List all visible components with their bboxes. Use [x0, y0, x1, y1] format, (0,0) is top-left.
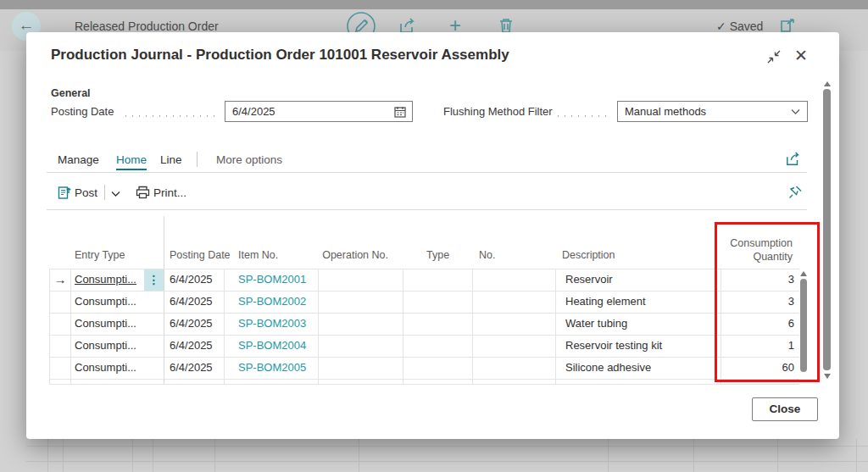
- bg-grid-line: [47, 439, 48, 472]
- share-actions-button[interactable]: [785, 152, 802, 170]
- tab-home[interactable]: Home: [116, 153, 147, 170]
- bg-grid-line: [693, 439, 694, 472]
- column-header-type[interactable]: Type: [426, 249, 449, 261]
- column-header-description[interactable]: Description: [562, 249, 615, 261]
- bg-grid-line: [63, 439, 64, 472]
- grid-vline: [403, 269, 403, 384]
- pencil-icon: [356, 20, 368, 32]
- divider: [47, 172, 807, 173]
- dialog-title: Production Journal - Production Order 10…: [51, 47, 509, 64]
- tab-separator: [197, 152, 198, 167]
- printer-icon: [136, 186, 150, 199]
- grid-hline: [49, 357, 799, 358]
- bg-grid-line: [777, 439, 778, 472]
- post-icon: [58, 186, 71, 199]
- collapse-dialog-button[interactable]: [767, 50, 781, 67]
- active-row-arrow-icon: →: [51, 269, 70, 291]
- bg-grid-line: [359, 439, 359, 472]
- cell-description[interactable]: Heating element: [565, 291, 716, 313]
- share-icon: [785, 152, 802, 167]
- close-button[interactable]: Close: [752, 397, 818, 421]
- cell-posting-date[interactable]: 6/4/2025: [170, 269, 222, 291]
- cell-item-no-link[interactable]: SP-BOM2001: [238, 269, 316, 291]
- saved-status: ✓ Saved: [716, 19, 763, 33]
- bg-grid-line: [153, 439, 153, 472]
- post-button-label[interactable]: Post: [75, 186, 97, 199]
- dialog-scroll-up-arrow[interactable]: [824, 81, 831, 86]
- cell-description[interactable]: Water tubing: [565, 313, 716, 335]
- posting-date-label: Posting Date: [51, 105, 114, 118]
- column-header-entry-type[interactable]: Entry Type: [75, 249, 125, 261]
- grid-hline: [49, 335, 799, 336]
- grid-vline: [49, 269, 50, 384]
- cell-item-no-link[interactable]: SP-BOM2003: [238, 313, 316, 335]
- grid-hline: [49, 313, 799, 314]
- flushing-method-filter-select[interactable]: Manual methods: [617, 101, 808, 122]
- close-icon: ✕: [794, 47, 808, 64]
- grid-vline: [472, 269, 473, 384]
- dotted-leader: [125, 115, 220, 117]
- column-header-item-no[interactable]: Item No.: [238, 249, 278, 261]
- grid-hline: [49, 291, 799, 292]
- column-header-no[interactable]: No.: [479, 249, 495, 261]
- grid-vline: [555, 269, 556, 384]
- cell-description[interactable]: Reservoir: [565, 269, 716, 291]
- check-icon: ✓: [716, 19, 726, 33]
- bg-grid-line: [132, 439, 133, 472]
- cell-entry-type[interactable]: Consumpti...: [75, 313, 142, 335]
- grid-vline: [70, 269, 71, 384]
- highlight-rectangle: [715, 222, 820, 382]
- print-button-label[interactable]: Print...: [153, 186, 186, 199]
- tab-line[interactable]: Line: [160, 153, 182, 166]
- bg-grid-line: [214, 439, 215, 472]
- open-in-new-icon: [780, 18, 797, 33]
- bg-grid-line: [608, 439, 609, 472]
- cell-entry-type[interactable]: Consumpti...: [75, 335, 142, 357]
- post-split-chevron-icon[interactable]: [111, 191, 120, 197]
- cell-item-no-link[interactable]: SP-BOM2002: [238, 291, 316, 313]
- back-arrow-icon: ←: [19, 16, 35, 34]
- page: ← Released Production Order + ✓ Saved Pr…: [0, 0, 868, 472]
- cell-posting-date[interactable]: 6/4/2025: [170, 357, 222, 379]
- trash-icon: [498, 17, 514, 34]
- collapse-icon: [767, 50, 781, 64]
- cell-posting-date[interactable]: 6/4/2025: [170, 291, 222, 313]
- app-top-strip: [0, 0, 868, 9]
- cell-posting-date[interactable]: 6/4/2025: [170, 335, 222, 357]
- flushing-method-filter-label: Flushing Method Filter: [443, 105, 553, 118]
- cell-posting-date[interactable]: 6/4/2025: [170, 313, 222, 335]
- dotted-leader: [558, 115, 612, 117]
- pin-button[interactable]: [787, 185, 803, 203]
- dialog-scrollbar-thumb[interactable]: [823, 89, 831, 370]
- chevron-down-icon: [791, 108, 800, 115]
- grid-hline: [49, 379, 799, 380]
- toolbar-separator: [104, 185, 105, 200]
- row-options-cell[interactable]: ⋮: [144, 269, 164, 291]
- close-dialog-button[interactable]: ✕: [794, 46, 808, 65]
- cell-entry-type[interactable]: Consumpti...: [75, 269, 142, 291]
- bg-grid-line: [856, 439, 857, 472]
- column-header-operation-no[interactable]: Operation No.: [318, 249, 388, 261]
- calendar-icon[interactable]: [394, 106, 406, 118]
- grid-hline: [49, 269, 799, 269]
- pin-icon: [787, 185, 803, 200]
- cell-description[interactable]: Silicone adhesive: [565, 357, 716, 379]
- print-button[interactable]: [136, 186, 150, 203]
- more-options[interactable]: More options: [216, 153, 282, 166]
- background-page-title: Released Production Order: [75, 19, 219, 33]
- grid-vline: [224, 269, 225, 384]
- grid-vline: [318, 269, 319, 384]
- cell-item-no-link[interactable]: SP-BOM2005: [238, 357, 316, 379]
- cell-entry-type[interactable]: Consumpti...: [75, 357, 142, 379]
- cell-description[interactable]: Reservoir testing kit: [565, 335, 716, 357]
- post-button[interactable]: [58, 186, 71, 203]
- posting-date-input[interactable]: 6/4/2025: [225, 101, 413, 122]
- cell-entry-type[interactable]: Consumpti...: [75, 291, 142, 313]
- dialog-scroll-down-arrow[interactable]: [824, 374, 831, 379]
- cell-item-no-link[interactable]: SP-BOM2004: [238, 335, 316, 357]
- divider: [47, 209, 807, 210]
- general-section-label: General: [51, 87, 91, 99]
- column-header-posting-date[interactable]: Posting Date: [170, 249, 231, 261]
- freeze-pane-divider: [164, 216, 164, 384]
- tab-manage[interactable]: Manage: [58, 153, 99, 166]
